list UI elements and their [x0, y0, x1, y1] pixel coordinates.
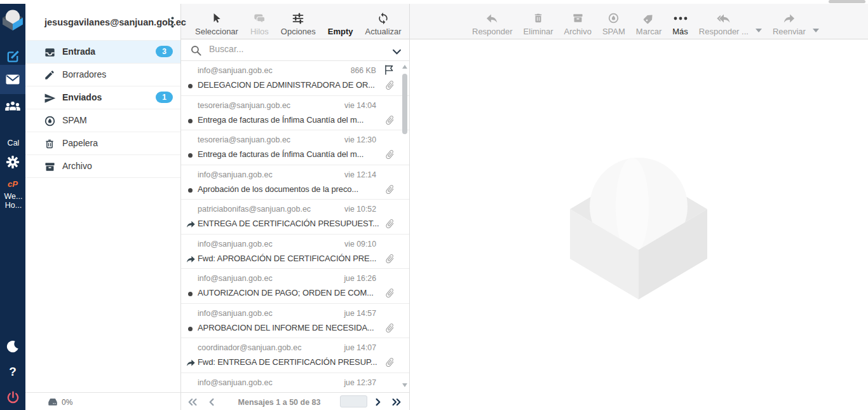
- message-sender: info@sanjuan.gob.ec: [198, 240, 273, 249]
- message-row[interactable]: info@sanjuan.gob.ec vie 09:10 Fwd: APROB…: [181, 235, 409, 270]
- message-meta: vie 12:30: [344, 135, 376, 144]
- storage-drive-icon: [47, 397, 58, 409]
- message-row[interactable]: patriciabonifas@sanjuan.gob.ec vie 10:52…: [181, 200, 409, 235]
- message-row[interactable]: info@sanjuan.gob.ec jue 14:57 APROBACION…: [181, 304, 409, 339]
- sidebar-item-label: Archivo: [62, 161, 92, 171]
- message-sender: tesoreria@sanjuan.gob.ec: [198, 135, 290, 144]
- scroll-down-arrow[interactable]: [402, 383, 407, 387]
- refresh-button[interactable]: Actualizar: [365, 7, 402, 36]
- logout-power-icon[interactable]: [0, 390, 25, 407]
- message-sender: info@sanjuan.gob.ec: [198, 66, 273, 75]
- empty-label: Empty: [328, 27, 353, 36]
- paper-plane-icon: [44, 92, 56, 107]
- spam-button[interactable]: SPAM: [602, 7, 625, 36]
- help-icon[interactable]: ?: [0, 365, 25, 379]
- threads-icon: [253, 11, 266, 26]
- last-page-button[interactable]: [391, 397, 402, 409]
- attachment-paperclip-icon: [384, 114, 395, 128]
- search-icon: [190, 44, 202, 59]
- unread-badge: 3: [156, 46, 173, 57]
- refresh-label: Actualizar: [365, 27, 402, 36]
- message-row[interactable]: info@sanjuan.gob.ec vie 12:14 Aprobación…: [181, 165, 409, 200]
- mark-button[interactable]: Marcar: [636, 7, 661, 36]
- message-row[interactable]: tesoreria@sanjuan.gob.ec vie 12:30 Entre…: [181, 130, 409, 165]
- message-list: info@sanjuan.gob.ec 866 KB DELEGACION DE…: [181, 61, 409, 392]
- flag-icon[interactable]: [383, 64, 395, 79]
- settings-gear-icon[interactable]: [0, 155, 25, 172]
- message-row[interactable]: info@sanjuan.gob.ec jue 12:37: [181, 373, 409, 393]
- account-menu-kebab-icon[interactable]: [171, 17, 174, 31]
- forward-caret-icon[interactable]: [813, 24, 819, 35]
- empty-button[interactable]: Empty: [328, 7, 353, 36]
- select-button[interactable]: Seleccionar: [195, 7, 238, 36]
- archive-icon: [572, 11, 584, 26]
- first-page-button[interactable]: [187, 397, 198, 409]
- message-row[interactable]: coordinador@sanjuan.gob.ec jue 14:07 Fwd…: [181, 338, 409, 373]
- next-page-button[interactable]: [374, 397, 382, 409]
- sidebar-item-archivo[interactable]: Archivo: [25, 155, 180, 178]
- cursor-icon: [210, 11, 222, 26]
- refresh-icon: [377, 11, 390, 26]
- reply-all-button[interactable]: Responder ...: [699, 7, 749, 36]
- contacts-icon[interactable]: [0, 100, 25, 114]
- sidebar-item-entrada[interactable]: Entrada 3: [25, 41, 180, 64]
- sidebar-item-label: SPAM: [62, 115, 87, 125]
- prev-page-button[interactable]: [208, 397, 216, 409]
- search-input[interactable]: [208, 43, 354, 55]
- message-sender: patriciabonifas@sanjuan.gob.ec: [198, 205, 311, 214]
- message-row[interactable]: info@sanjuan.gob.ec jue 16:26 AUTORIZACI…: [181, 269, 409, 304]
- message-meta: vie 12:14: [344, 170, 376, 179]
- message-row[interactable]: tesoreria@sanjuan.gob.ec vie 14:04 Entre…: [181, 96, 409, 131]
- webmail-home-line1: We...: [1, 192, 25, 201]
- attachment-paperclip-icon: [384, 357, 395, 371]
- message-toolbar: Responder Eliminar Archivo: [410, 4, 868, 39]
- app-rail: Cal cP We... Ho... ?: [0, 4, 25, 410]
- message-subject: Fwd: ENTREGA DE CERTIFICACIÓN PRESUP...: [198, 357, 384, 367]
- message-meta: jue 12:37: [344, 378, 376, 387]
- sidebar-item-borradores[interactable]: Borradores: [25, 64, 180, 86]
- webmail-home-link[interactable]: We... Ho...: [0, 192, 25, 210]
- browser-scrollbar-thumb[interactable]: [829, 0, 865, 3]
- attachment-paperclip-icon: [384, 79, 395, 93]
- message-subject: Fwd: APROBACIÓN DE CERTIFICACIÓN PRE...: [198, 254, 384, 263]
- tag-icon: [642, 11, 655, 26]
- scrollbar-thumb[interactable]: [402, 74, 407, 134]
- folder-sidebar: jesusgavilanes@sanjuan.gob.ec Entrada 3 …: [25, 4, 181, 410]
- scroll-up-arrow[interactable]: [402, 65, 407, 69]
- forwarded-icon: [186, 358, 196, 369]
- archive-button[interactable]: Archivo: [564, 7, 592, 36]
- forward-button[interactable]: Reenviar: [773, 7, 806, 36]
- mail-icon[interactable]: [0, 65, 25, 94]
- calendar-link[interactable]: Cal: [0, 139, 25, 147]
- message-meta: vie 14:04: [344, 101, 376, 110]
- sidebar-item-enviados[interactable]: Enviados 1: [25, 86, 180, 109]
- reply-all-label: Responder ...: [699, 27, 749, 36]
- sidebar-item-spam[interactable]: SPAM: [25, 109, 180, 132]
- reply-button[interactable]: Responder: [472, 7, 513, 36]
- threads-button[interactable]: Hilos: [250, 7, 269, 36]
- snappymail-watermark-logo: [570, 154, 707, 302]
- reply-all-caret-icon[interactable]: [756, 24, 762, 35]
- options-button[interactable]: Opciones: [281, 7, 316, 36]
- pencil-icon: [44, 69, 55, 83]
- sidebar-item-papelera[interactable]: Papelera: [25, 132, 180, 155]
- mark-label: Marcar: [636, 27, 661, 36]
- more-dots-icon: [674, 11, 688, 26]
- message-meta: jue 14:07: [344, 343, 376, 352]
- more-label: Más: [672, 27, 688, 36]
- message-meta: jue 14:57: [344, 309, 376, 318]
- compose-icon[interactable]: [0, 50, 25, 67]
- search-expand-chevron-icon[interactable]: [392, 46, 402, 58]
- page-number-input[interactable]: [340, 395, 367, 407]
- unread-dot-icon: [188, 153, 193, 158]
- more-button[interactable]: Más: [672, 7, 688, 36]
- dark-mode-moon-icon[interactable]: [0, 339, 25, 356]
- message-row[interactable]: info@sanjuan.gob.ec 866 KB DELEGACION DE…: [181, 61, 409, 96]
- pagination-summary: Mensajes 1 a 50 de 83: [238, 398, 321, 407]
- delete-button[interactable]: Eliminar: [524, 7, 553, 36]
- attachment-paperclip-icon: [384, 253, 395, 267]
- cpanel-link[interactable]: cP: [0, 179, 25, 189]
- spam-flame-icon: [44, 115, 56, 130]
- snappymail-logo: [0, 9, 25, 33]
- list-toolbar: Seleccionar Hilos Opciones Empty: [181, 4, 409, 39]
